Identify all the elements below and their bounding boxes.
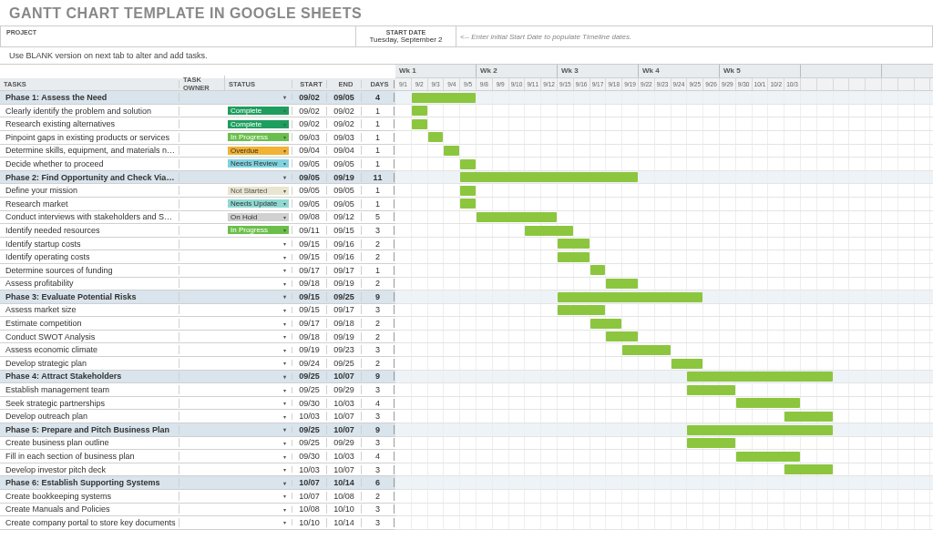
task-row[interactable]: Clearly identify the problem and solutio…: [0, 105, 395, 118]
end-date[interactable]: 09/16: [327, 252, 362, 261]
dropdown-icon[interactable]: ▾: [283, 440, 286, 446]
dropdown-icon[interactable]: ▾: [283, 134, 286, 140]
status-cell[interactable]: Complete▾: [225, 120, 292, 128]
end-date[interactable]: 10/07: [327, 465, 362, 474]
gantt-bar[interactable]: [558, 252, 590, 262]
status-cell[interactable]: On Hold▾: [225, 213, 292, 221]
task-name[interactable]: Determine sources of funding: [0, 266, 179, 275]
start-date[interactable]: 09/25: [292, 372, 327, 381]
status-cell[interactable]: ▾: [225, 413, 292, 420]
end-date[interactable]: 09/19: [327, 173, 362, 182]
gantt-bar[interactable]: [687, 438, 734, 448]
task-row[interactable]: Conduct SWOT Analysis▾09/1809/192: [0, 331, 395, 344]
gantt-bar[interactable]: [736, 398, 800, 408]
end-date[interactable]: 09/05: [327, 199, 362, 209]
gantt-bar[interactable]: [622, 345, 670, 355]
task-row[interactable]: Create business plan outline▾09/2509/293: [0, 437, 395, 451]
status-chip[interactable]: ▾: [228, 506, 289, 513]
end-date[interactable]: 10/07: [327, 412, 362, 421]
dropdown-icon[interactable]: ▾: [283, 426, 286, 433]
task-name[interactable]: Fill in each section of business plan: [0, 452, 179, 461]
dropdown-icon[interactable]: ▾: [283, 413, 286, 420]
status-chip[interactable]: ▾: [228, 333, 289, 340]
end-date[interactable]: 09/03: [327, 133, 362, 142]
start-date[interactable]: 09/05: [292, 159, 327, 168]
gantt-bar[interactable]: [606, 279, 638, 289]
end-date[interactable]: 09/19: [327, 279, 362, 288]
status-cell[interactable]: Needs Review▾: [225, 159, 292, 168]
end-date[interactable]: 09/12: [327, 212, 362, 221]
status-cell[interactable]: ▾: [225, 280, 292, 287]
task-row[interactable]: Seek strategic partnerships▾09/3010/034: [0, 397, 395, 411]
status-chip[interactable]: ▾: [228, 293, 289, 300]
end-date[interactable]: 10/14: [327, 478, 362, 487]
task-name[interactable]: Phase 6: Establish Supporting Systems: [0, 478, 179, 487]
status-cell[interactable]: ▾: [225, 440, 292, 446]
status-chip[interactable]: ▾: [228, 94, 289, 100]
start-date[interactable]: 09/05: [292, 199, 327, 209]
dropdown-icon[interactable]: ▾: [283, 360, 286, 366]
dropdown-icon[interactable]: ▾: [283, 480, 286, 486]
task-name[interactable]: Estimate competition: [0, 319, 179, 328]
task-row[interactable]: Pinpoint gaps in existing products or se…: [0, 131, 395, 145]
dropdown-icon[interactable]: ▾: [283, 466, 286, 473]
dropdown-icon[interactable]: ▾: [283, 387, 286, 393]
status-chip[interactable]: ▾: [228, 400, 289, 406]
end-date[interactable]: 09/05: [327, 186, 362, 195]
gantt-bar[interactable]: [784, 464, 832, 474]
task-name[interactable]: Create company portal to store key docum…: [0, 518, 179, 527]
status-chip[interactable]: ▾: [228, 347, 289, 353]
status-chip[interactable]: ▾: [228, 466, 289, 473]
gantt-bar[interactable]: [412, 119, 427, 129]
dropdown-icon[interactable]: ▾: [283, 519, 286, 525]
status-chip[interactable]: ▾: [228, 480, 289, 486]
start-date[interactable]: 09/30: [292, 452, 327, 461]
task-name[interactable]: Define your mission: [0, 186, 179, 195]
start-date[interactable]: 09/02: [292, 107, 327, 116]
start-date[interactable]: 09/05: [292, 173, 327, 182]
task-name[interactable]: Identify operating costs: [0, 252, 179, 261]
start-date[interactable]: 10/10: [292, 518, 327, 527]
end-date[interactable]: 09/29: [327, 385, 362, 394]
task-name[interactable]: Phase 3: Evaluate Potential Risks: [0, 292, 179, 301]
end-date[interactable]: 09/04: [327, 146, 362, 155]
gantt-bar[interactable]: [444, 146, 459, 156]
task-row[interactable]: Establish management team▾09/2509/293: [0, 383, 395, 397]
gantt-bar[interactable]: [428, 132, 444, 142]
status-cell[interactable]: ▾: [225, 373, 292, 380]
task-name[interactable]: Conduct interviews with stakeholders and…: [0, 212, 179, 221]
status-cell[interactable]: ▾: [225, 307, 292, 313]
dropdown-icon[interactable]: ▾: [283, 506, 286, 513]
dropdown-icon[interactable]: ▾: [283, 347, 286, 353]
gantt-bar[interactable]: [460, 159, 476, 169]
start-date[interactable]: 09/04: [292, 146, 327, 155]
status-cell[interactable]: Needs Update▾: [225, 199, 292, 208]
end-date[interactable]: 09/19: [327, 332, 362, 341]
start-date[interactable]: 10/08: [292, 504, 327, 514]
task-name[interactable]: Create Manuals and Policies: [0, 504, 179, 514]
status-cell[interactable]: ▾: [225, 466, 292, 473]
project-cell[interactable]: PROJECT: [1, 26, 356, 46]
gantt-bar[interactable]: [460, 186, 476, 196]
task-row[interactable]: Research existing alternativesComplete▾0…: [0, 117, 395, 131]
status-cell[interactable]: In Progress▾: [225, 226, 292, 234]
start-date[interactable]: 09/17: [292, 266, 327, 275]
task-name[interactable]: Phase 2: Find Opportunity and Check Viab…: [0, 173, 179, 182]
dropdown-icon[interactable]: ▾: [283, 321, 286, 327]
status-cell[interactable]: ▾: [225, 387, 292, 393]
task-row[interactable]: Decide whether to proceedNeeds Review▾09…: [0, 158, 395, 171]
status-cell[interactable]: ▾: [225, 293, 292, 300]
status-chip[interactable]: Overdue▾: [228, 147, 289, 155]
status-chip[interactable]: ▾: [228, 453, 289, 460]
status-chip[interactable]: ▾: [228, 519, 289, 525]
dropdown-icon[interactable]: ▾: [283, 188, 286, 194]
gantt-bar[interactable]: [558, 292, 702, 302]
end-date[interactable]: 09/25: [327, 359, 362, 368]
task-row[interactable]: Estimate competition▾09/1709/182: [0, 317, 395, 331]
dropdown-icon[interactable]: ▾: [283, 293, 286, 300]
phase-row[interactable]: Phase 4: Attract Stakeholders▾09/2510/07…: [0, 371, 395, 384]
end-date[interactable]: 09/05: [327, 93, 362, 102]
end-date[interactable]: 10/08: [327, 492, 362, 501]
status-cell[interactable]: ▾: [225, 519, 292, 525]
task-row[interactable]: Develop outreach plan▾10/0310/073: [0, 410, 395, 423]
